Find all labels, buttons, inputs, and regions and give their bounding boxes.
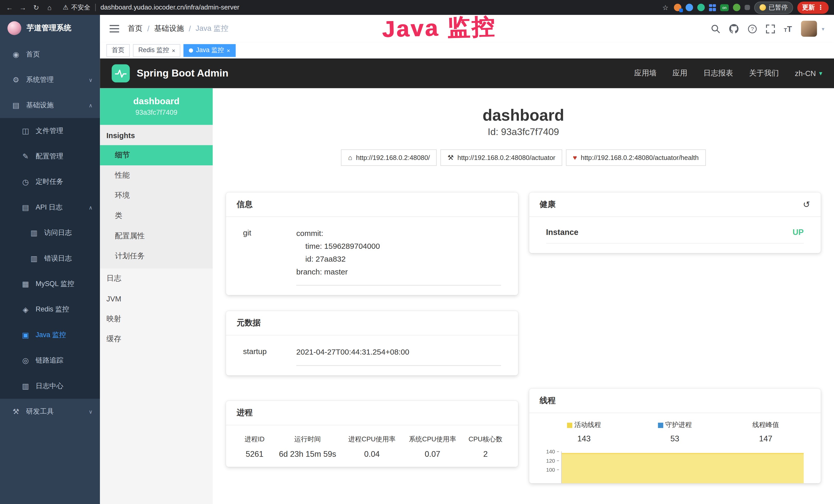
sidebar-item-trace[interactable]: ◎ 链路追踪 bbox=[0, 348, 100, 373]
sidebar-item-api-log[interactable]: ▤ API 日志 ∧ bbox=[0, 194, 100, 220]
instance-link-actuator[interactable]: ⚒ http://192.168.0.2:48080/actuator bbox=[440, 150, 562, 166]
page-title: dashboard bbox=[213, 106, 834, 124]
sidebar-item-dev-tools[interactable]: ⚒ 研发工具 ∨ bbox=[0, 399, 100, 424]
extension-icon[interactable] bbox=[745, 5, 750, 10]
extension-icon[interactable] bbox=[733, 4, 741, 11]
tab-home[interactable]: 首页 bbox=[106, 44, 130, 57]
sba-brand[interactable]: Spring Boot Admin bbox=[137, 68, 228, 79]
back-icon[interactable]: ← bbox=[5, 3, 14, 11]
hamburger-icon[interactable] bbox=[110, 24, 119, 33]
info-line: time: 1596289704000 bbox=[296, 240, 501, 253]
close-icon[interactable]: × bbox=[172, 47, 175, 53]
sidebar-item-log-center[interactable]: ▥ 日志中心 bbox=[0, 373, 100, 399]
sidebar-item-java-monitor[interactable]: ▣ Java 监控 bbox=[0, 322, 100, 348]
sidebar-item-label: 定时任务 bbox=[36, 177, 63, 187]
threads-card: 线程 活动线程 143 守护进程 bbox=[529, 389, 821, 483]
breadcrumb-home[interactable]: 首页 bbox=[128, 24, 142, 33]
sidebar-item-file-manage[interactable]: ◫ 文件管理 bbox=[0, 118, 100, 143]
y-tick: 120 bbox=[546, 458, 559, 464]
sidebar-item-config-manage[interactable]: ✎ 配置管理 bbox=[0, 143, 100, 169]
browser-menu-icon: ⋮ bbox=[817, 4, 824, 11]
extension-icon[interactable] bbox=[685, 4, 693, 11]
sidebar-item-infra[interactable]: ▤ 基础设施 ∧ bbox=[0, 92, 100, 118]
bookmark-star-icon[interactable]: ☆ bbox=[661, 3, 670, 11]
sba-app-name: dashboard bbox=[104, 96, 208, 107]
link-label: http://192.168.0.2:48080/actuator bbox=[458, 154, 555, 161]
instance-link-health[interactable]: ♥ http://192.168.0.2:48080/actuator/heal… bbox=[566, 150, 706, 166]
chart-y-axis: 140 120 100 bbox=[539, 451, 561, 483]
legend-item: 活动线程 143 bbox=[539, 420, 630, 443]
user-avatar[interactable] bbox=[801, 21, 817, 37]
sba-item-classes[interactable]: 类 bbox=[100, 206, 213, 226]
annotation-text: Java 监控 bbox=[381, 11, 496, 45]
card-title: 信息 bbox=[226, 192, 518, 217]
font-size-icon[interactable]: TT bbox=[784, 25, 792, 32]
sidebar-item-error-log[interactable]: ▥ 错误日志 bbox=[0, 246, 100, 271]
reload-icon[interactable]: ↻ bbox=[32, 3, 40, 11]
sba-item-jvm[interactable]: JVM bbox=[100, 289, 213, 309]
sba-app-header[interactable]: dashboard 93a3fc7f7409 bbox=[100, 88, 213, 125]
card-title: 线程 bbox=[529, 389, 821, 413]
sidebar-item-home[interactable]: ◉ 首页 bbox=[0, 42, 100, 67]
info-value: commit: time: 1596289704000 id: 27aa832 … bbox=[296, 228, 501, 285]
extension-on-icon[interactable]: on bbox=[720, 4, 729, 11]
sidebar-item-access-log[interactable]: ▥ 访问日志 bbox=[0, 220, 100, 246]
security-indicator[interactable]: ⚠ 不安全 bbox=[63, 3, 90, 12]
sba-item-config-props[interactable]: 配置属性 bbox=[100, 226, 213, 246]
sidebar-item-system[interactable]: ⚙ 系统管理 ∨ bbox=[0, 67, 100, 92]
home-icon[interactable]: ⌂ bbox=[45, 3, 54, 11]
threads-chart: 140 120 100 bbox=[539, 451, 811, 483]
locale-label: zh-CN bbox=[795, 69, 816, 77]
forward-icon[interactable]: → bbox=[19, 3, 27, 11]
y-tick: 140 bbox=[546, 449, 559, 455]
sba-item-mappings[interactable]: 映射 bbox=[100, 309, 213, 329]
sba-nav-applications[interactable]: 应用 bbox=[673, 69, 687, 78]
history-icon[interactable]: ↺ bbox=[803, 200, 810, 209]
sba-nav-about[interactable]: 关于我们 bbox=[749, 69, 779, 78]
github-icon[interactable] bbox=[729, 24, 739, 33]
sba-item-details[interactable]: 细节 bbox=[100, 145, 213, 165]
content-column: 首页 / 基础设施 / Java 监控 Java 监控 ? bbox=[100, 15, 834, 504]
page-subtitle: Id: 93a3fc7f7409 bbox=[213, 127, 834, 138]
instance-link-home[interactable]: ⌂ http://192.168.0.2:48080/ bbox=[341, 150, 437, 166]
legend-swatch-blue bbox=[658, 422, 663, 428]
sidebar-item-label: 文件管理 bbox=[36, 126, 63, 136]
fullscreen-icon[interactable] bbox=[766, 24, 775, 33]
sba-app-id: 93a3fc7f7409 bbox=[104, 108, 208, 116]
sba-logo-icon[interactable] bbox=[112, 65, 130, 83]
sidebar-item-cron-job[interactable]: ◷ 定时任务 bbox=[0, 169, 100, 194]
sba-nav-wall[interactable]: 应用墙 bbox=[634, 69, 657, 78]
breadcrumb-infra[interactable]: 基础设施 bbox=[154, 24, 184, 33]
health-row[interactable]: Instance UP bbox=[546, 228, 804, 244]
extension-icon[interactable] bbox=[674, 4, 681, 11]
extension-grid-icon[interactable] bbox=[709, 4, 716, 11]
breadcrumb-separator: / bbox=[148, 24, 150, 33]
card-title: 进程 bbox=[226, 401, 518, 425]
close-icon[interactable]: × bbox=[226, 47, 230, 53]
sba-item-performance[interactable]: 性能 bbox=[100, 165, 213, 186]
tab-redis-monitor[interactable]: Redis 监控 × bbox=[133, 44, 180, 57]
chrome-update-button[interactable]: 更新 ⋮ bbox=[797, 1, 829, 14]
sba-nav-journal[interactable]: 日志报表 bbox=[703, 69, 733, 78]
sba-locale-select[interactable]: zh-CN ▾ bbox=[795, 69, 822, 77]
sba-item-scheduled-tasks[interactable]: 计划任务 bbox=[100, 246, 213, 267]
sidebar-item-redis-monitor[interactable]: ◈ Redis 监控 bbox=[0, 297, 100, 322]
browser-chrome: ← → ↻ ⌂ ⚠ 不安全 dashboard.yudao.iocoder.cn… bbox=[0, 0, 834, 15]
process-card: 进程 进程ID 运行时间 进程CPU使用率 系统CPU使用率 CPU核心数 52… bbox=[226, 401, 518, 467]
profile-paused-badge[interactable]: 已暂停 bbox=[754, 1, 793, 14]
card-body: git commit: time: 1596289704000 id: 27aa… bbox=[226, 217, 518, 295]
sba-item-environment[interactable]: 环境 bbox=[100, 186, 213, 206]
sba-item-logs[interactable]: 日志 bbox=[100, 269, 213, 289]
sba-item-caches[interactable]: 缓存 bbox=[100, 329, 213, 349]
search-icon[interactable] bbox=[711, 24, 720, 33]
help-icon[interactable]: ? bbox=[748, 24, 757, 33]
threads-legend: 活动线程 143 守护进程 53 线程峰值 bbox=[539, 420, 811, 443]
extension-icon[interactable] bbox=[697, 4, 705, 11]
sba-group-label: Insights bbox=[100, 125, 213, 145]
legend-value: 53 bbox=[629, 434, 720, 443]
sidebar-item-label: 配置管理 bbox=[36, 152, 63, 161]
address-bar[interactable]: dashboard.yudao.iocoder.cn/infra/admin-s… bbox=[95, 4, 239, 11]
caret-down-icon[interactable]: ▾ bbox=[822, 26, 824, 31]
tab-java-monitor[interactable]: Java 监控 × bbox=[184, 44, 235, 57]
sidebar-item-mysql-monitor[interactable]: ▦ MySQL 监控 bbox=[0, 271, 100, 297]
